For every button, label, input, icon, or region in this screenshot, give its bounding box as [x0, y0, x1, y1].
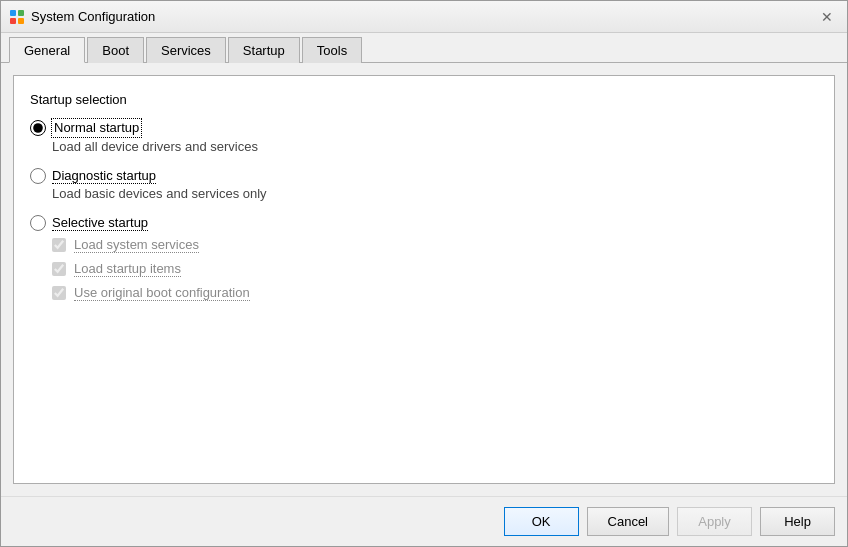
selective-startup-option: Selective startup Load system services L…: [30, 215, 818, 301]
diagnostic-startup-radio[interactable]: [30, 168, 46, 184]
tab-boot[interactable]: Boot: [87, 37, 144, 63]
svg-rect-1: [18, 10, 24, 16]
load-startup-items-label: Load startup items: [74, 261, 181, 277]
normal-startup-radio[interactable]: [30, 120, 46, 136]
help-button[interactable]: Help: [760, 507, 835, 536]
use-original-boot-row[interactable]: Use original boot configuration: [52, 285, 818, 301]
diagnostic-startup-sublabel: Load basic devices and services only: [52, 186, 818, 201]
footer: OK Cancel Apply Help: [1, 496, 847, 546]
load-system-services-checkbox[interactable]: [52, 238, 66, 252]
svg-rect-2: [10, 18, 16, 24]
ok-button[interactable]: OK: [504, 507, 579, 536]
general-panel: Startup selection Normal startup Load al…: [13, 75, 835, 484]
selective-startup-label: Selective startup: [52, 215, 148, 231]
content-area: Startup selection Normal startup Load al…: [1, 63, 847, 496]
normal-startup-row[interactable]: Normal startup: [30, 119, 818, 137]
load-system-services-row[interactable]: Load system services: [52, 237, 818, 253]
svg-rect-0: [10, 10, 16, 16]
tab-general[interactable]: General: [9, 37, 85, 63]
svg-rect-3: [18, 18, 24, 24]
title-bar: System Configuration ✕: [1, 1, 847, 33]
tab-startup[interactable]: Startup: [228, 37, 300, 63]
normal-startup-sublabel: Load all device drivers and services: [52, 139, 818, 154]
tab-services[interactable]: Services: [146, 37, 226, 63]
tabs-bar: General Boot Services Startup Tools: [1, 33, 847, 63]
close-button[interactable]: ✕: [815, 5, 839, 29]
radio-group: Normal startup Load all device drivers a…: [30, 119, 818, 315]
normal-startup-option: Normal startup Load all device drivers a…: [30, 119, 818, 154]
window-title: System Configuration: [31, 9, 815, 24]
system-configuration-window: System Configuration ✕ General Boot Serv…: [0, 0, 848, 547]
selective-startup-row[interactable]: Selective startup: [30, 215, 818, 231]
load-startup-items-checkbox[interactable]: [52, 262, 66, 276]
normal-startup-label: Normal startup: [52, 119, 141, 137]
selective-checkbox-group: Load system services Load startup items …: [52, 237, 818, 301]
section-title: Startup selection: [30, 92, 818, 107]
load-startup-items-row[interactable]: Load startup items: [52, 261, 818, 277]
use-original-boot-label: Use original boot configuration: [74, 285, 250, 301]
diagnostic-startup-option: Diagnostic startup Load basic devices an…: [30, 168, 818, 201]
cancel-button[interactable]: Cancel: [587, 507, 669, 536]
use-original-boot-checkbox[interactable]: [52, 286, 66, 300]
load-system-services-label: Load system services: [74, 237, 199, 253]
apply-button[interactable]: Apply: [677, 507, 752, 536]
diagnostic-startup-label: Diagnostic startup: [52, 168, 156, 184]
diagnostic-startup-row[interactable]: Diagnostic startup: [30, 168, 818, 184]
app-icon: [9, 9, 25, 25]
selective-startup-radio[interactable]: [30, 215, 46, 231]
tab-tools[interactable]: Tools: [302, 37, 362, 63]
